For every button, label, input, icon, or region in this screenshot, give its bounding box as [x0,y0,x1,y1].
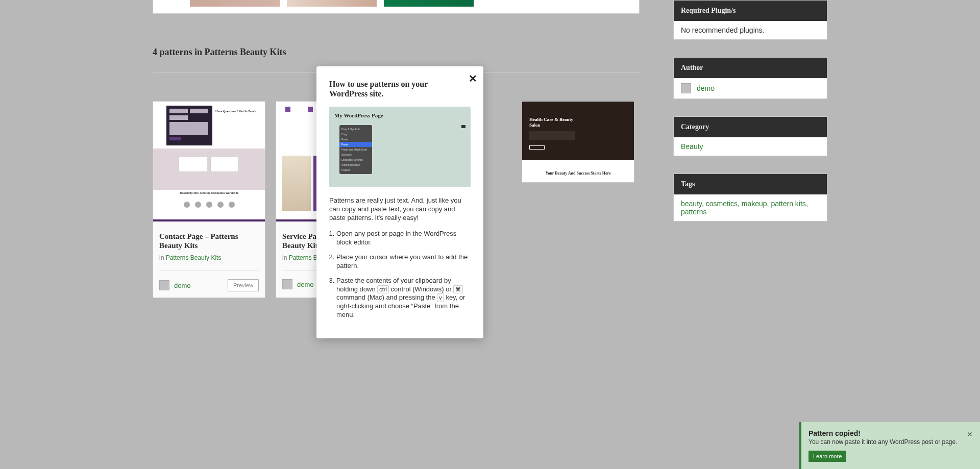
author-link[interactable]: demo [697,84,715,92]
card-meta: in Patterns Beauty Kits [159,254,259,261]
avatar [159,280,169,290]
widget-plugins: Required Plugin/s No recommended plugins… [673,0,827,40]
widget-author: Author demo [673,57,827,99]
widget-body: No recommended plugins. [674,21,827,39]
author-link[interactable]: demo [297,281,314,288]
avatar [282,279,292,289]
thumb-image [384,0,474,7]
howto-modal: ✕ How to use patterns on your WordPress … [316,66,483,338]
category-link[interactable]: Beauty [681,142,703,151]
card-category-link[interactable]: Patterns Beauty Kits [166,254,222,261]
close-button[interactable]: ✕ [967,430,973,438]
card-preview-image[interactable]: Have Questions ? Get In Touch Trusted By… [153,102,265,221]
toast-text: You can now paste it into any WordPress … [808,438,960,446]
tag-link[interactable]: patterns [681,208,707,216]
kbd-ctrl: ctrl [377,285,389,293]
widget-header: Author [674,58,827,78]
thumb-image [287,0,377,7]
modal-steps: Open any post or page in the WordPress b… [329,230,471,319]
toast-title: Pattern copied! [808,429,960,437]
modal-step: Paste the contents of your clipboard by … [336,277,471,319]
card-preview-image[interactable]: Health Care & Beauty Salon Your Beauty A… [522,102,634,183]
top-preview-strip [153,0,640,14]
sidebar: Required Plugin/s No recommended plugins… [673,0,827,298]
widget-category: Category Beauty [673,116,827,156]
modal-step: Open any post or page in the WordPress b… [336,230,471,247]
widget-tags: Tags beauty, cosmetics, makeup, pattern … [673,174,827,221]
widget-header: Required Plugin/s [674,1,827,21]
widget-header: Category [674,117,827,137]
pattern-card: Have Questions ? Get In Touch Trusted By… [153,101,265,298]
tag-link[interactable]: cosmetics [706,200,738,208]
preview-button[interactable]: Preview [228,279,259,291]
tag-link[interactable]: beauty [681,200,702,208]
toast-notification: ✕ Pattern copied! You can now paste it i… [799,422,980,469]
kbd-cmd: ⌘ [453,285,463,293]
modal-title: How to use patterns on your WordPress si… [329,79,471,98]
avatar [681,83,691,93]
learn-more-button[interactable]: Learn more [808,451,846,462]
tag-link[interactable]: makeup [742,200,767,208]
close-button[interactable]: ✕ [469,72,477,85]
kbd-v: v [437,293,444,302]
tag-link[interactable]: pattern kits [771,200,805,208]
pattern-card: Health Care & Beauty Salon Your Beauty A… [522,101,634,183]
modal-intro: Patterns are really just text. And, just… [329,196,471,223]
widget-header: Tags [674,174,827,194]
card-title[interactable]: Contact Page – Patterns Beauty Kits [159,232,259,250]
author-link[interactable]: demo [174,282,191,289]
modal-illustration: My WordPress Page Drag & SymbolsCopyPast… [329,107,471,187]
thumb-image [190,0,280,7]
modal-step: Place your cursor where you want to add … [336,253,471,270]
